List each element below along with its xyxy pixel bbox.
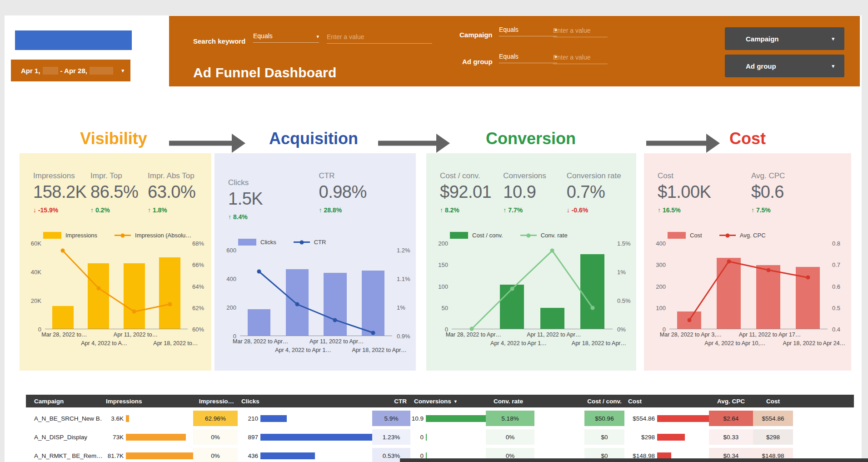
line-point[interactable]	[727, 259, 731, 263]
bar-track	[260, 411, 372, 426]
scorecard-row: Cost$1.00K↑ 16.5%Avg. CPC$0.6↑ 7.5%	[644, 153, 851, 214]
y-tick-label: 300	[656, 261, 666, 268]
column-header-conversions[interactable]: Conversions▾	[410, 398, 486, 405]
x-tick-label: Apr 4, 2022 to Apr 1…	[490, 340, 547, 346]
line-point[interactable]	[766, 268, 770, 272]
y-axis-left: 050100150200	[431, 243, 452, 329]
x-tick-label: Apr 11, 2022 to Apr…	[527, 331, 581, 338]
y-tick-label: 400	[656, 240, 666, 247]
y-tick-label: 400	[226, 276, 236, 282]
delta-value: 8.2%	[445, 206, 459, 214]
y-tick-label: 68%	[192, 240, 204, 247]
column-header-impressions[interactable]: Impressions	[102, 398, 193, 405]
column-header-label: Conv. rate	[494, 398, 523, 405]
heat-cell: 1.23%	[372, 429, 410, 445]
legend-item: Clicks	[238, 239, 276, 246]
y-tick-label: 60K	[31, 240, 41, 247]
column-header-cost[interactable]: Cost	[753, 398, 793, 405]
metric-bar-cell: $298	[624, 429, 709, 445]
x-tick-label: Apr 18, 2022 to Apr…	[352, 347, 406, 353]
legend-line-dot	[299, 240, 304, 244]
arrow-shaft	[646, 141, 707, 146]
line-point[interactable]	[510, 287, 514, 291]
y-tick-label: 0.9%	[397, 333, 410, 340]
delta-value: 16.5%	[663, 206, 681, 214]
column-header-label: Impressions	[106, 398, 142, 405]
column-header-avg--cpc[interactable]: Avg. CPC	[709, 398, 753, 405]
x-tick-label: Mar 28, 2022 to Apr…	[446, 331, 501, 338]
y-tick-label: 600	[226, 247, 236, 254]
scorecard: Avg. CPC$0.6↑ 7.5%	[751, 171, 845, 214]
scorecard-delta: ↑ 28.8%	[319, 206, 410, 214]
delta-value: 7.7%	[508, 206, 523, 214]
line-point[interactable]	[550, 249, 554, 253]
y-tick-label: 50	[442, 304, 448, 311]
scorecard-label: Avg. CPC	[751, 171, 845, 181]
metric-value: $298	[624, 434, 657, 441]
search-keyword-operator-select[interactable]: Equals ▾	[253, 32, 319, 43]
ad-group-dimension-label: Ad group	[746, 62, 776, 70]
column-header-ctr[interactable]: CTR	[372, 398, 410, 405]
chevron-down-icon: ▾	[316, 34, 319, 40]
y-axis-left: 0200400600	[219, 250, 240, 336]
campaign-operator-select[interactable]: Equals ▾	[499, 26, 557, 36]
campaign-dimension-label: Campaign	[746, 35, 779, 43]
line-point[interactable]	[295, 302, 299, 306]
line-point[interactable]	[806, 276, 810, 280]
legend-line-swatch	[520, 235, 537, 236]
line-point[interactable]	[590, 306, 594, 310]
bar-track	[126, 448, 193, 462]
campaign-dimension-button[interactable]: Campaign ▾	[725, 27, 844, 50]
delta-value: 7.5%	[756, 206, 771, 214]
campaign-name-cell: A_N_RMKT_ BE_Rem…	[26, 452, 102, 459]
bar-track	[426, 411, 486, 426]
line-point[interactable]	[257, 270, 261, 274]
column-header-cost---conv-[interactable]: Cost / conv.	[584, 398, 624, 405]
chart-legend: CostAvg. CPC	[668, 232, 851, 239]
search-keyword-value-input[interactable]: Enter a value	[327, 33, 432, 44]
column-header-conv--rate[interactable]: Conv. rate	[486, 398, 584, 405]
line-point[interactable]	[132, 310, 136, 314]
chevron-down-icon: ▾	[832, 63, 834, 69]
line-point[interactable]	[96, 286, 100, 290]
legend-label: Cost	[690, 232, 702, 239]
table-row: A_N_BE_SRCH_New B…3.6K62.96%2105.9%10.95…	[26, 411, 854, 426]
scorecard: Impressions158.2K↓ -15.9%	[33, 171, 90, 214]
column-header-cost[interactable]: Cost	[624, 398, 709, 405]
heat-cell: $554.86	[753, 411, 793, 426]
line-point[interactable]	[61, 249, 65, 253]
ad-group-value-input[interactable]: Enter a value	[553, 54, 608, 64]
column-header-label: Cost	[766, 398, 780, 405]
column-header-label: Campaign	[34, 398, 64, 405]
delta-value: 0.2%	[95, 206, 110, 214]
column-header-clicks[interactable]: Clicks	[238, 398, 372, 405]
line-point[interactable]	[168, 302, 172, 306]
line-point[interactable]	[687, 318, 691, 322]
campaign-value-input[interactable]: Enter a value	[553, 27, 608, 37]
y-tick-label: 0.8	[832, 240, 840, 247]
ad-group-filter-label: Ad group	[462, 58, 493, 65]
legend-item: Impressions	[43, 232, 97, 239]
legend-label: Avg. CPC	[740, 232, 766, 239]
arrow-head	[232, 134, 245, 153]
column-header-impressio-[interactable]: Impressio…	[193, 398, 238, 405]
legend-bar-swatch	[238, 239, 256, 246]
ad-group-operator-select[interactable]: Equals ▾	[499, 53, 557, 63]
date-range-picker[interactable]: Apr 1, - Apr 28, ▾	[11, 60, 130, 81]
metric-value: 897	[238, 434, 260, 441]
scorecard: Impr. Abs Top63.0%↑ 1.8%	[148, 171, 205, 214]
x-axis-labels: Mar 28, 2022 to…Apr 4, 2022 to A…Apr 11,…	[45, 329, 188, 351]
metric-value: 0	[410, 434, 426, 441]
arrow-shaft	[169, 141, 233, 146]
column-header-campaign[interactable]: Campaign	[26, 398, 102, 405]
column-header-label: CTR	[394, 398, 407, 405]
metric-value: 210	[238, 415, 260, 422]
funnel-arrow-icon	[169, 134, 245, 153]
scorecard-label: Cost / conv.	[440, 171, 503, 181]
line-point[interactable]	[333, 318, 337, 322]
metric-bar-cell: 897	[238, 429, 372, 445]
ad-group-dimension-button[interactable]: Ad group ▾	[725, 55, 844, 77]
line-point[interactable]	[371, 331, 375, 335]
scorecard-delta: ↑ 7.5%	[751, 206, 845, 214]
y-tick-label: 200	[438, 240, 448, 247]
